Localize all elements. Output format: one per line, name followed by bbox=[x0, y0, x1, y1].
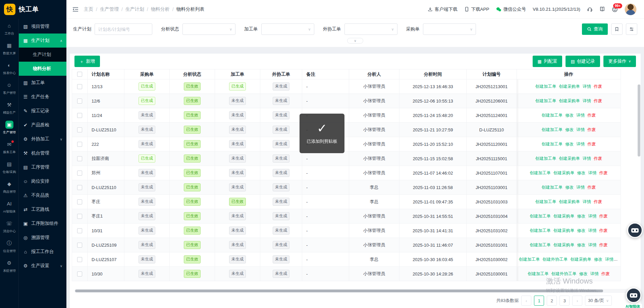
op-link[interactable]: 详情 bbox=[590, 271, 599, 276]
op-link[interactable]: 创建采购单 bbox=[559, 84, 580, 89]
row-checkbox[interactable] bbox=[77, 127, 82, 132]
row-checkbox[interactable] bbox=[77, 142, 82, 147]
filter-select-purchase-order[interactable]: ∨ bbox=[423, 23, 476, 35]
menu-item-outsourcing[interactable]: ⚙外协加工∨ bbox=[19, 132, 66, 146]
breadcrumb-item[interactable]: 主页 bbox=[84, 6, 93, 12]
row-checkbox[interactable] bbox=[77, 214, 82, 219]
op-link[interactable]: 详情 bbox=[588, 228, 597, 233]
op-link[interactable]: 作废 bbox=[594, 156, 602, 161]
op-link[interactable]: 详情 bbox=[576, 142, 585, 146]
ai-assistant-floating-button[interactable] bbox=[627, 223, 643, 238]
prev-page-button[interactable]: ‹ bbox=[521, 296, 531, 306]
row-checkbox[interactable] bbox=[77, 113, 82, 118]
horizontal-scrollbar-thumb[interactable] bbox=[75, 290, 603, 292]
wechat-link[interactable]: 微信公众号 bbox=[496, 6, 526, 12]
op-link[interactable]: 创建加工单 bbox=[542, 142, 563, 146]
select-all-checkbox[interactable] bbox=[77, 72, 82, 77]
op-link[interactable]: 作废 bbox=[587, 142, 596, 146]
op-link[interactable]: 创建加工单 bbox=[535, 199, 556, 204]
op-link[interactable]: 修改 bbox=[577, 228, 586, 233]
docs-icon[interactable] bbox=[599, 6, 605, 12]
op-link[interactable]: 创建加工单 bbox=[530, 171, 551, 175]
rail-item-ai-agent[interactable]: AIAI智能体 bbox=[0, 197, 18, 217]
filter-settings-button[interactable] bbox=[626, 23, 637, 35]
op-link[interactable]: 作废 bbox=[601, 271, 610, 276]
rail-item-data-screen[interactable]: ▦数据大屏 bbox=[0, 39, 18, 58]
filter-select-analysis-status[interactable]: ∨ bbox=[182, 23, 235, 35]
rail-item-goods[interactable]: ◆商品管理 bbox=[0, 177, 18, 197]
user-avatar[interactable] bbox=[625, 3, 637, 15]
op-link[interactable]: 修改 bbox=[565, 113, 574, 118]
op-link[interactable]: 创建加工单 bbox=[535, 156, 556, 161]
menu-item-machine[interactable]: ⚒机台管理 bbox=[19, 146, 66, 160]
op-link[interactable]: 创建加工单 bbox=[542, 113, 563, 118]
rail-item-system[interactable]: ⚙系统管理 bbox=[0, 256, 18, 276]
op-link[interactable]: 修改 bbox=[577, 243, 586, 247]
row-checkbox[interactable] bbox=[77, 99, 82, 104]
menu-item-material-analysis[interactable]: 物料分析 bbox=[19, 62, 66, 76]
rail-item-info-manage[interactable]: ⓘ信息管理 bbox=[0, 236, 18, 256]
op-link[interactable]: 详情 bbox=[576, 185, 585, 190]
op-link[interactable]: 作废 bbox=[587, 127, 596, 132]
op-link[interactable]: 创建加工单 bbox=[535, 84, 556, 89]
menu-item-work-report[interactable]: ✎报工记录 bbox=[19, 104, 66, 118]
op-link[interactable]: 创建采购单 bbox=[553, 214, 575, 219]
menu-item-production-settings[interactable]: ⚙生产设置∨ bbox=[19, 259, 66, 273]
horizontal-scrollbar[interactable] bbox=[74, 289, 636, 293]
op-link[interactable]: 修改 bbox=[565, 185, 574, 190]
app-logo[interactable]: 快 快工单 bbox=[0, 0, 66, 19]
rail-item-warehouse[interactable]: ▤仓储/采购 bbox=[0, 157, 18, 177]
rail-item-workbench[interactable]: ⌂工作台 bbox=[0, 19, 18, 39]
op-link[interactable]: 创建加工单 bbox=[530, 228, 551, 233]
op-link[interactable]: 创建加工单 bbox=[528, 271, 549, 276]
add-button[interactable]: ＋ 新增 bbox=[74, 56, 100, 67]
rail-item-customer[interactable]: ☺客户管理 bbox=[0, 78, 18, 98]
menu-item-report-workbench[interactable]: ⌂报工工作台 bbox=[19, 245, 66, 259]
row-checkbox[interactable] bbox=[77, 84, 82, 89]
vertical-scrollbar[interactable] bbox=[638, 71, 640, 288]
next-page-button[interactable]: › bbox=[572, 296, 582, 306]
op-link[interactable]: 创建采购单 bbox=[559, 99, 580, 103]
op-link[interactable]: 作废 bbox=[594, 84, 602, 89]
op-link[interactable]: 创建加工单 bbox=[530, 243, 551, 247]
plan-search-input[interactable] bbox=[95, 23, 152, 35]
menu-item-production-plan[interactable]: ▦生产计划∧ bbox=[19, 34, 66, 48]
menu-item-quality-check[interactable]: ✔产品质检 bbox=[19, 118, 66, 132]
op-link[interactable]: 修改 bbox=[577, 171, 586, 175]
op-link[interactable]: 作废 bbox=[587, 185, 596, 190]
row-checkbox[interactable] bbox=[77, 171, 82, 176]
op-link[interactable]: 作废 bbox=[599, 214, 608, 219]
menu-item-post-arrange[interactable]: ☺岗位安排 bbox=[19, 174, 66, 188]
rail-item-lean-production[interactable]: ⚒精益生产 bbox=[0, 98, 18, 118]
op-link[interactable]: 详情 bbox=[588, 171, 597, 175]
menu-item-process-order[interactable]: ▥加工单 bbox=[19, 76, 66, 90]
op-link[interactable]: 创建加工单 bbox=[542, 185, 563, 190]
op-link[interactable]: 作废 bbox=[594, 99, 602, 103]
notification-smiley-icon[interactable]: 99+ bbox=[612, 6, 618, 12]
collapse-sidebar-icon[interactable] bbox=[72, 7, 78, 12]
more-actions-button[interactable]: 更多操作 ∨ bbox=[603, 56, 636, 67]
column-config-button[interactable]: ▦ 列配置 bbox=[533, 56, 562, 67]
op-link[interactable]: 详情 bbox=[583, 156, 591, 161]
filter-select-process-order[interactable]: ∨ bbox=[261, 23, 314, 35]
vertical-scrollbar-thumb[interactable] bbox=[638, 84, 640, 157]
breadcrumb-item[interactable]: 生产管理 bbox=[100, 6, 119, 12]
op-link[interactable]: 详情 bbox=[583, 99, 591, 103]
op-link[interactable]: 详情 bbox=[576, 127, 585, 132]
row-checkbox[interactable] bbox=[77, 271, 82, 276]
row-checkbox[interactable] bbox=[77, 257, 82, 262]
row-checkbox[interactable] bbox=[77, 185, 82, 190]
op-link[interactable]: 创建采购单 bbox=[559, 199, 580, 204]
op-link[interactable]: 创建采购单 bbox=[553, 228, 575, 233]
op-link[interactable]: 作废 bbox=[587, 113, 596, 118]
search-button[interactable]: 查询 bbox=[582, 23, 608, 35]
create-record-button[interactable]: ▤ 创建记录 bbox=[566, 56, 600, 67]
menu-item-production-plan-list[interactable]: 生产计划 bbox=[19, 48, 66, 62]
customer-service-icon[interactable] bbox=[587, 6, 593, 12]
op-link[interactable]: 修改 bbox=[594, 257, 602, 262]
op-link[interactable]: 创建加工单 bbox=[542, 127, 563, 132]
op-link[interactable]: 创建外协工单 bbox=[543, 257, 568, 262]
page-button-3[interactable]: 3 bbox=[559, 296, 570, 306]
ai-assistant-bottom-button[interactable] bbox=[626, 288, 641, 303]
rail-item-report-center[interactable]: ◐报表中心 bbox=[0, 58, 18, 78]
